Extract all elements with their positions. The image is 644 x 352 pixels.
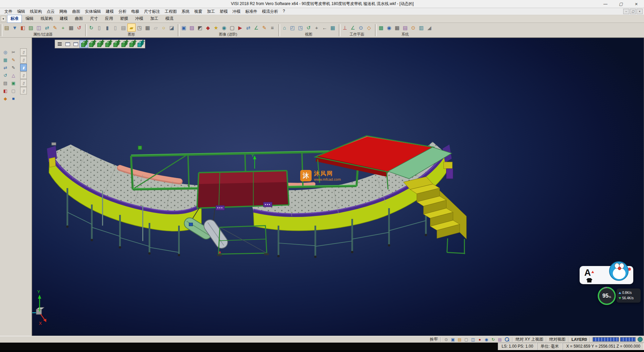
shadow-icon[interactable]: ◩ [196,24,204,32]
display-toggle-1-icon[interactable]: ▯ [20,48,27,56]
material-icon[interactable]: ◆ [204,24,212,32]
magnifier-icon[interactable] [504,337,510,342]
close-button[interactable]: × [629,0,644,8]
ribbon-tab[interactable]: 加工 [147,15,162,23]
dynamic-highlight-icon[interactable]: ▰ [127,24,136,32]
system-grid-icon[interactable]: ▩ [377,24,385,32]
ribbon-tab[interactable]: 塑膜 [117,15,131,23]
grid-display-icon[interactable]: ▦ [144,24,152,32]
mask-icon[interactable]: ▦ [67,24,75,32]
select-icon[interactable]: ◎ [1,48,9,56]
zoom-box-icon[interactable]: ◳ [136,24,144,32]
add-selection-icon[interactable]: + [59,24,67,32]
snap-label[interactable]: 拴牢 [429,337,439,342]
reset-filter-icon[interactable]: ↺ [75,24,83,32]
move-icon[interactable]: ⇄ [1,64,9,72]
ribbon-tab[interactable]: 建模 [56,15,71,23]
menu-item[interactable]: 冲模 [230,8,243,15]
menu-item[interactable]: 加工 [205,8,217,15]
tab-dropdown-icon[interactable]: ▼ [1,16,6,22]
slope-analysis-icon[interactable]: ◢ [425,24,433,32]
ghost-view-icon[interactable]: ▱ [152,24,160,32]
view-bottom-cube-icon[interactable] [128,40,136,48]
shaded-view-icon[interactable]: ▮ [103,24,111,32]
ribbon-tab[interactable]: 编辑 [22,15,37,23]
render-icon[interactable]: ▣ [180,24,188,32]
minimize-button[interactable]: — [598,0,613,8]
ribbon-tab[interactable]: 应用 [102,15,116,23]
calculator-icon[interactable]: ▦ [393,24,401,32]
menu-item[interactable]: 系统 [179,8,192,15]
paint-attributes-icon[interactable]: ✎ [51,24,59,32]
menu-item[interactable]: 网格 [57,8,70,15]
ribbon-tab[interactable]: 尺寸 [87,15,101,23]
menu-item[interactable]: 文件 [2,8,15,15]
draw-triangle-icon[interactable]: △ [9,72,17,79]
menu-item[interactable]: 模流分析 [260,8,280,15]
view-top-cube-icon[interactable] [88,40,96,48]
active-layer-label[interactable]: LAYER0 [571,337,588,342]
viewport-canvas[interactable]: Y Y X [32,38,644,336]
zoom-window-icon[interactable]: ◰ [288,24,297,32]
menu-item[interactable]: 实体编辑 [83,8,103,15]
layers-icon[interactable]: ▤ [401,24,409,32]
display-toggle-4-icon[interactable]: ▯ [20,72,27,79]
wireframe-view-icon[interactable]: ▯ [95,24,103,32]
workplane-origin-icon[interactable]: ⊙ [357,24,365,32]
ribbon-tab[interactable]: 标准 [7,15,22,23]
refresh-state-icon[interactable]: ↻ [490,337,496,342]
record-icon[interactable]: ● [477,337,483,342]
window-single-icon[interactable] [72,40,80,48]
mdi-restore-button[interactable]: ▢ [630,9,636,14]
mdi-close-button[interactable]: × [637,9,643,14]
snap-grid-icon[interactable]: ▦ [1,56,9,64]
lighting-icon[interactable]: ★ [212,24,220,32]
menu-item[interactable]: 塑模 [217,8,230,15]
measure-icon[interactable]: ∠ [252,24,260,32]
menu-item[interactable]: 点云 [44,8,57,15]
menu-item[interactable]: 分析 [116,8,129,15]
maximize-button[interactable]: ▢ [613,0,629,8]
guard-card[interactable]: A [580,266,633,284]
table-icon[interactable]: ▥ [417,24,425,32]
annotate-icon[interactable]: ✎ [260,24,268,32]
printer-icon[interactable]: ▤ [1,79,9,87]
light-icon[interactable]: ○ [160,24,168,32]
status-globe-icon[interactable] [638,337,643,342]
view-front-cube-icon[interactable] [96,40,104,48]
display-toggle-5-icon[interactable]: ▯ [20,79,27,87]
snap-settings-icon[interactable]: ⊙ [409,24,417,32]
ribbon-tab[interactable]: 线架构 [37,15,56,23]
workplane-align-icon[interactable]: ∠ [349,24,357,32]
ribbon-tab[interactable]: 冲模 [132,15,147,23]
globe-icon[interactable]: ◉ [385,24,393,32]
pan-view-icon[interactable]: + [313,24,321,32]
edit-geometry-icon[interactable]: ✎ [9,64,17,72]
home-view-icon[interactable]: ⌂ [280,24,288,32]
mdi-minimize-button[interactable]: – [623,9,629,14]
layer-list-icon[interactable]: ▤ [119,24,127,32]
rotate-view-icon[interactable]: ↺ [305,24,313,32]
network-speed-panel[interactable]: 0.8K/s 56.4K/s [616,289,641,303]
play-icon[interactable]: ▶ [236,24,244,32]
menu-item[interactable]: 编辑 [15,8,28,15]
texture-icon[interactable]: ▨ [188,24,196,32]
menu-item[interactable]: 标准件 [243,8,260,15]
window-split-icon[interactable] [64,40,72,48]
pencil-icon[interactable]: ✎ [9,56,17,64]
workplane-custom-icon[interactable]: ◇ [365,24,373,32]
viewport-menu-icon[interactable] [56,40,64,48]
display-state-icon[interactable]: ▣ [450,337,456,342]
view-iso-cube-icon[interactable] [80,40,88,48]
image-settings-icon[interactable]: ≡ [268,24,276,32]
menu-item[interactable]: ? [280,8,287,15]
workplane-xy-icon[interactable]: ⊥ [341,24,349,32]
solid-state-icon[interactable]: ◫ [470,337,476,342]
stamp-icon[interactable]: ▣ [9,79,17,87]
ribbon-tab[interactable]: 模流 [162,15,177,23]
flag-icon[interactable]: ◆ [1,95,9,102]
properties-icon[interactable]: ▤ [3,24,11,32]
globe-state-icon[interactable]: ◉ [483,337,489,342]
display-toggle-6-icon[interactable]: ▯ [20,87,27,94]
absolute-view-label[interactable]: 绝对 XY 上视图 [515,337,544,342]
